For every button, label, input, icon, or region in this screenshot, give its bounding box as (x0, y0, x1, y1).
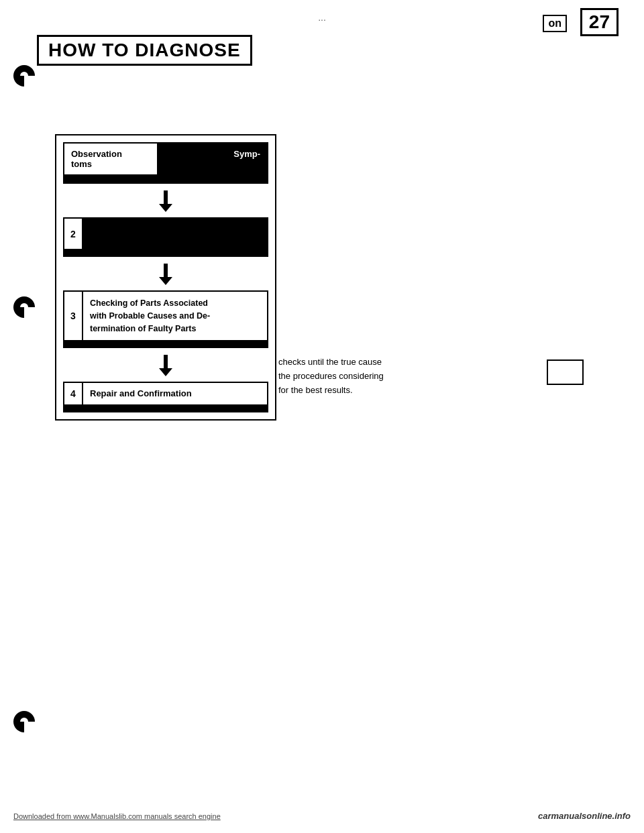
left-icon-2 (12, 295, 36, 319)
svg-rect-6 (164, 264, 168, 278)
box4-number: 4 (64, 383, 83, 404)
box3-number: 3 (64, 292, 83, 340)
arrow-down-3 (63, 352, 268, 378)
top-right-label: on (543, 15, 567, 32)
box3-row: 3 Checking of Parts Associated with Prob… (64, 292, 267, 340)
box4-row: 4 Repair and Confirmation (64, 383, 267, 404)
page-top-center: ... (318, 12, 326, 23)
left-icon-3 (12, 710, 36, 734)
box2-content (83, 219, 267, 249)
box3-bottom-bar (64, 340, 267, 347)
box3-label: Checking of Parts Associated with Probab… (83, 292, 267, 340)
box4-label: Repair and Confirmation (83, 383, 267, 404)
flowchart-box1: Observation toms Symp- (63, 142, 268, 184)
flowchart-box2: 2 (63, 217, 268, 257)
bottom-right-logo: carmanualsonline.info (538, 811, 631, 821)
box1-header: Observation toms Symp- (64, 144, 267, 174)
bottom-bar: Downloaded from www.Manualslib.com manua… (0, 811, 644, 821)
svg-rect-4 (164, 190, 168, 205)
box2-row: 2 (64, 219, 267, 249)
arrow-down-1 (63, 188, 268, 213)
box1-observation-label: Observation toms (64, 144, 158, 174)
page-container: 27 on ... HOW TO DIAGNOSE (0, 0, 644, 833)
side-text-line1: checks until the true cause (278, 355, 433, 370)
page-number: 27 (589, 11, 610, 32)
left-icon-1 (12, 64, 36, 88)
title-section: HOW TO DIAGNOSE (37, 35, 252, 66)
arrow-down-2 (63, 261, 268, 286)
flowchart-outer: Observation toms Symp- 2 (55, 134, 276, 421)
flowchart-box4: 4 Repair and Confirmation (63, 382, 268, 412)
main-title: HOW TO DIAGNOSE (37, 35, 252, 66)
side-text-line3: for the best results. (278, 384, 433, 398)
box2-bottom-bar (64, 249, 267, 256)
bottom-left-text: Downloaded from www.Manualslib.com manua… (13, 812, 221, 820)
side-text-line2: the procedures considering (278, 370, 433, 384)
flowchart-box3: 3 Checking of Parts Associated with Prob… (63, 290, 268, 348)
box2-number: 2 (64, 219, 83, 249)
box1-symptoms-label: Symp- (158, 144, 267, 174)
svg-rect-8 (164, 355, 168, 370)
page-number-box: 27 (580, 8, 619, 36)
box1-bottom-bar (64, 174, 267, 182)
box4-bottom-bar (64, 404, 267, 411)
right-rectangle (547, 359, 584, 385)
side-text: checks until the true cause the procedur… (278, 355, 433, 397)
